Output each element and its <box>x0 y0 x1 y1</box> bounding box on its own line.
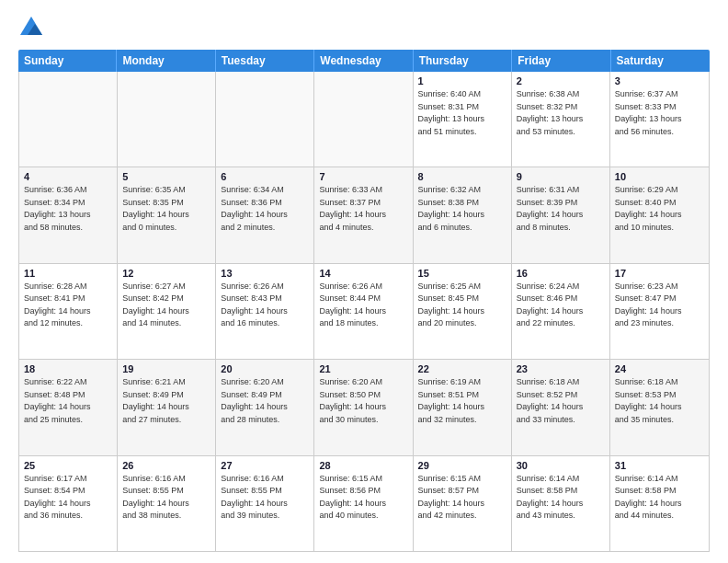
day-info: Sunrise: 6:18 AM Sunset: 8:53 PM Dayligh… <box>615 376 704 426</box>
calendar-cell: 5Sunrise: 6:35 AM Sunset: 8:35 PM Daylig… <box>118 167 216 262</box>
day-info: Sunrise: 6:16 AM Sunset: 8:55 PM Dayligh… <box>221 473 309 523</box>
day-header-sunday: Sunday <box>18 50 117 72</box>
calendar-cell: 3Sunrise: 6:37 AM Sunset: 8:33 PM Daylig… <box>610 72 709 167</box>
day-info: Sunrise: 6:33 AM Sunset: 8:37 PM Dayligh… <box>319 184 407 234</box>
day-number: 25 <box>24 460 112 471</box>
calendar-cell: 20Sunrise: 6:20 AM Sunset: 8:49 PM Dayli… <box>216 360 314 454</box>
day-info: Sunrise: 6:31 AM Sunset: 8:39 PM Dayligh… <box>517 184 605 234</box>
calendar-cell: 28Sunrise: 6:15 AM Sunset: 8:56 PM Dayli… <box>314 456 413 551</box>
calendar-cell: 17Sunrise: 6:23 AM Sunset: 8:47 PM Dayli… <box>610 264 709 359</box>
calendar-cell: 29Sunrise: 6:15 AM Sunset: 8:57 PM Dayli… <box>414 456 512 551</box>
calendar-cell: 13Sunrise: 6:26 AM Sunset: 8:43 PM Dayli… <box>216 264 314 359</box>
day-header-thursday: Thursday <box>414 50 512 72</box>
day-number: 2 <box>517 75 605 86</box>
day-info: Sunrise: 6:24 AM Sunset: 8:46 PM Dayligh… <box>517 281 605 330</box>
logo-icon <box>18 15 44 40</box>
day-number: 18 <box>24 363 112 374</box>
day-header-monday: Monday <box>117 50 215 72</box>
day-header-friday: Friday <box>512 50 610 72</box>
day-info: Sunrise: 6:14 AM Sunset: 8:58 PM Dayligh… <box>517 473 605 523</box>
header <box>18 15 710 40</box>
calendar-cell: 21Sunrise: 6:20 AM Sunset: 8:50 PM Dayli… <box>314 360 413 454</box>
day-info: Sunrise: 6:27 AM Sunset: 8:42 PM Dayligh… <box>122 281 210 330</box>
day-info: Sunrise: 6:20 AM Sunset: 8:50 PM Dayligh… <box>319 376 407 426</box>
calendar-cell: 30Sunrise: 6:14 AM Sunset: 8:58 PM Dayli… <box>512 456 610 551</box>
calendar-cell <box>19 72 118 167</box>
logo <box>18 15 48 40</box>
day-info: Sunrise: 6:38 AM Sunset: 8:32 PM Dayligh… <box>517 88 605 138</box>
day-info: Sunrise: 6:18 AM Sunset: 8:52 PM Dayligh… <box>517 376 605 426</box>
calendar-cell <box>314 72 413 167</box>
day-number: 5 <box>122 171 210 182</box>
day-number: 8 <box>418 171 506 182</box>
day-number: 17 <box>615 268 704 279</box>
day-number: 27 <box>221 460 309 471</box>
day-info: Sunrise: 6:26 AM Sunset: 8:44 PM Dayligh… <box>319 281 407 330</box>
calendar-cell: 6Sunrise: 6:34 AM Sunset: 8:36 PM Daylig… <box>216 167 314 262</box>
calendar-cell: 1Sunrise: 6:40 AM Sunset: 8:31 PM Daylig… <box>414 72 512 167</box>
day-info: Sunrise: 6:28 AM Sunset: 8:41 PM Dayligh… <box>24 281 112 330</box>
day-number: 6 <box>221 171 309 182</box>
day-info: Sunrise: 6:40 AM Sunset: 8:31 PM Dayligh… <box>418 88 506 138</box>
day-info: Sunrise: 6:36 AM Sunset: 8:34 PM Dayligh… <box>24 184 112 234</box>
calendar-week-3: 11Sunrise: 6:28 AM Sunset: 8:41 PM Dayli… <box>19 264 709 360</box>
day-info: Sunrise: 6:23 AM Sunset: 8:47 PM Dayligh… <box>615 281 704 330</box>
calendar-cell <box>216 72 314 167</box>
day-info: Sunrise: 6:15 AM Sunset: 8:57 PM Dayligh… <box>418 473 506 523</box>
day-number: 26 <box>122 460 210 471</box>
day-number: 21 <box>319 363 407 374</box>
day-number: 9 <box>517 171 605 182</box>
day-number: 29 <box>418 460 506 471</box>
day-info: Sunrise: 6:32 AM Sunset: 8:38 PM Dayligh… <box>418 184 506 234</box>
day-info: Sunrise: 6:26 AM Sunset: 8:43 PM Dayligh… <box>221 281 309 330</box>
calendar-cell: 18Sunrise: 6:22 AM Sunset: 8:48 PM Dayli… <box>19 360 118 454</box>
calendar-week-1: 1Sunrise: 6:40 AM Sunset: 8:31 PM Daylig… <box>19 72 709 167</box>
calendar-cell: 22Sunrise: 6:19 AM Sunset: 8:51 PM Dayli… <box>414 360 512 454</box>
calendar-cell: 9Sunrise: 6:31 AM Sunset: 8:39 PM Daylig… <box>512 167 610 262</box>
calendar-cell: 11Sunrise: 6:28 AM Sunset: 8:41 PM Dayli… <box>19 264 118 359</box>
calendar-week-4: 18Sunrise: 6:22 AM Sunset: 8:48 PM Dayli… <box>19 360 709 455</box>
calendar: SundayMondayTuesdayWednesdayThursdayFrid… <box>18 50 710 552</box>
calendar-cell: 10Sunrise: 6:29 AM Sunset: 8:40 PM Dayli… <box>610 167 709 262</box>
calendar-cell: 14Sunrise: 6:26 AM Sunset: 8:44 PM Dayli… <box>314 264 413 359</box>
day-number: 7 <box>319 171 407 182</box>
calendar-cell: 24Sunrise: 6:18 AM Sunset: 8:53 PM Dayli… <box>610 360 709 454</box>
day-info: Sunrise: 6:35 AM Sunset: 8:35 PM Dayligh… <box>122 184 210 234</box>
day-number: 12 <box>122 268 210 279</box>
day-header-wednesday: Wednesday <box>314 50 413 72</box>
day-info: Sunrise: 6:20 AM Sunset: 8:49 PM Dayligh… <box>221 376 309 426</box>
calendar-cell: 23Sunrise: 6:18 AM Sunset: 8:52 PM Dayli… <box>512 360 610 454</box>
calendar-week-2: 4Sunrise: 6:36 AM Sunset: 8:34 PM Daylig… <box>19 167 709 263</box>
day-number: 1 <box>418 75 506 86</box>
day-number: 24 <box>615 363 704 374</box>
day-header-tuesday: Tuesday <box>216 50 314 72</box>
calendar-cell: 31Sunrise: 6:14 AM Sunset: 8:58 PM Dayli… <box>610 456 709 551</box>
calendar-cell <box>118 72 216 167</box>
calendar-cell: 27Sunrise: 6:16 AM Sunset: 8:55 PM Dayli… <box>216 456 314 551</box>
day-number: 10 <box>615 171 704 182</box>
day-number: 11 <box>24 268 112 279</box>
day-number: 16 <box>517 268 605 279</box>
calendar-cell: 26Sunrise: 6:16 AM Sunset: 8:55 PM Dayli… <box>118 456 216 551</box>
day-info: Sunrise: 6:16 AM Sunset: 8:55 PM Dayligh… <box>122 473 210 523</box>
day-number: 4 <box>24 171 112 182</box>
day-number: 31 <box>615 460 704 471</box>
day-number: 3 <box>615 75 704 86</box>
day-number: 30 <box>517 460 605 471</box>
day-number: 13 <box>221 268 309 279</box>
day-info: Sunrise: 6:14 AM Sunset: 8:58 PM Dayligh… <box>615 473 704 523</box>
calendar-cell: 25Sunrise: 6:17 AM Sunset: 8:54 PM Dayli… <box>19 456 118 551</box>
calendar-cell: 15Sunrise: 6:25 AM Sunset: 8:45 PM Dayli… <box>414 264 512 359</box>
day-info: Sunrise: 6:15 AM Sunset: 8:56 PM Dayligh… <box>319 473 407 523</box>
day-number: 14 <box>319 268 407 279</box>
day-number: 23 <box>517 363 605 374</box>
calendar-cell: 2Sunrise: 6:38 AM Sunset: 8:32 PM Daylig… <box>512 72 610 167</box>
day-info: Sunrise: 6:34 AM Sunset: 8:36 PM Dayligh… <box>221 184 309 234</box>
calendar-body: 1Sunrise: 6:40 AM Sunset: 8:31 PM Daylig… <box>18 72 710 552</box>
day-number: 19 <box>122 363 210 374</box>
day-info: Sunrise: 6:21 AM Sunset: 8:49 PM Dayligh… <box>122 376 210 426</box>
day-info: Sunrise: 6:37 AM Sunset: 8:33 PM Dayligh… <box>615 88 704 138</box>
day-info: Sunrise: 6:29 AM Sunset: 8:40 PM Dayligh… <box>615 184 704 234</box>
calendar-cell: 8Sunrise: 6:32 AM Sunset: 8:38 PM Daylig… <box>414 167 512 262</box>
day-header-saturday: Saturday <box>611 50 710 72</box>
